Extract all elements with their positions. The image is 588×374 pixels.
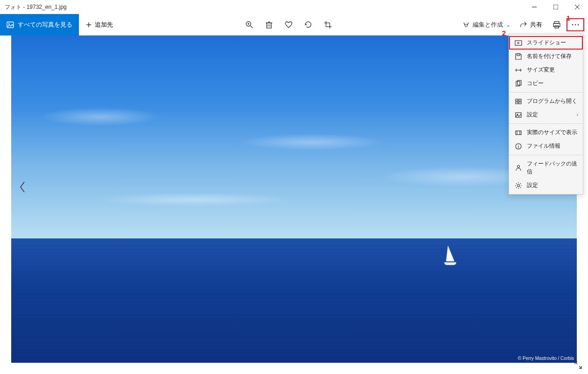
svg-point-26 <box>578 24 579 25</box>
ellipsis-icon <box>571 23 580 26</box>
rotate-button[interactable] <box>298 14 318 36</box>
annotation-1: 1 <box>567 14 570 22</box>
info-icon <box>515 143 522 150</box>
previous-photo-button[interactable] <box>14 179 31 195</box>
menu-item-label: スライドショー <box>527 39 566 47</box>
crop-button[interactable] <box>318 14 338 36</box>
chevron-down-icon: ⌄ <box>506 22 510 28</box>
fullscreen-button[interactable] <box>574 361 584 371</box>
edit-icon <box>462 21 470 29</box>
menu-item-label: ファイル情報 <box>527 142 560 150</box>
copy-icon <box>515 80 522 87</box>
svg-rect-41 <box>516 131 521 135</box>
plus-icon <box>85 22 92 28</box>
edit-create-label: 編集と作成 <box>473 21 503 29</box>
svg-point-47 <box>517 165 520 168</box>
svg-rect-31 <box>517 54 520 56</box>
more-menu: スライドショー 名前を付けて保存 サイズ変更 コピー プログラムから開く 設定 … <box>509 34 583 194</box>
svg-rect-35 <box>516 99 518 101</box>
menu-item-open-with[interactable]: プログラムから開く <box>509 94 583 108</box>
menu-item-label: フィードバックの送信 <box>527 160 577 176</box>
open-with-icon <box>515 98 522 105</box>
chevron-right-icon: › <box>577 112 578 117</box>
menu-item-set-as[interactable]: 設定 › <box>509 108 583 122</box>
menu-item-label: プログラムから開く <box>527 97 577 105</box>
svg-point-24 <box>572 24 574 25</box>
center-tools <box>240 14 338 36</box>
window-title: フォト - 19732_en_1.jpg <box>0 3 67 11</box>
svg-rect-37 <box>516 102 518 104</box>
edit-create-button[interactable]: 編集と作成 ⌄ <box>458 14 515 36</box>
set-as-icon <box>515 111 522 119</box>
close-button[interactable] <box>567 0 588 14</box>
menu-item-file-info[interactable]: ファイル情報 <box>509 139 583 153</box>
sailboat-graphic <box>442 245 458 268</box>
menu-item-slideshow[interactable]: スライドショー <box>509 36 583 50</box>
share-button[interactable]: 共有 <box>515 14 547 36</box>
svg-marker-30 <box>517 42 520 44</box>
menu-item-label: 設定 <box>527 111 538 119</box>
menu-item-resize[interactable]: サイズ変更 <box>509 63 583 77</box>
menu-item-feedback[interactable]: フィードバックの送信 <box>509 157 583 179</box>
menu-separator <box>509 155 583 155</box>
maximize-button[interactable] <box>545 0 567 14</box>
svg-rect-22 <box>553 23 560 27</box>
add-to-label: 追加先 <box>95 21 113 29</box>
toolbar: すべての写真を見る 追加先 編集と作成 ⌄ 共有 <box>0 14 588 36</box>
delete-button[interactable] <box>259 14 279 36</box>
svg-rect-12 <box>267 23 271 28</box>
menu-item-copy[interactable]: コピー <box>509 77 583 90</box>
svg-line-27 <box>575 362 577 364</box>
svg-line-28 <box>579 366 581 368</box>
svg-point-25 <box>575 24 576 25</box>
svg-point-5 <box>8 23 10 24</box>
menu-item-label: コピー <box>527 79 544 87</box>
menu-item-label: 実際のサイズで表示 <box>527 129 577 137</box>
titlebar: フォト - 19732_en_1.jpg <box>0 0 588 14</box>
photo-image[interactable]: © Perry Mastrovito / Corbis <box>11 36 577 363</box>
save-icon <box>515 53 522 60</box>
annotation-2: 2 <box>502 29 506 37</box>
gear-icon <box>515 182 522 189</box>
add-to-button[interactable]: 追加先 <box>79 14 120 36</box>
svg-line-9 <box>250 26 253 28</box>
svg-point-46 <box>518 144 519 145</box>
slideshow-icon <box>515 39 522 47</box>
feedback-icon <box>515 164 522 172</box>
image-credit: © Perry Mastrovito / Corbis <box>518 356 574 361</box>
menu-item-actual-size[interactable]: 実際のサイズで表示 <box>509 126 583 139</box>
menu-item-settings[interactable]: 設定 <box>509 179 583 192</box>
menu-item-label: 名前を付けて保存 <box>527 52 572 60</box>
menu-item-label: サイズ変更 <box>527 66 555 74</box>
print-button[interactable] <box>547 14 567 36</box>
svg-rect-38 <box>519 102 521 104</box>
resize-icon <box>515 66 522 74</box>
menu-separator <box>509 123 583 124</box>
actual-size-icon <box>515 129 522 137</box>
photo-viewport: © Perry Mastrovito / Corbis <box>11 36 577 363</box>
svg-rect-1 <box>553 5 558 9</box>
svg-point-48 <box>517 184 520 187</box>
svg-rect-36 <box>519 99 521 101</box>
picture-icon <box>7 21 14 29</box>
window-buttons <box>524 0 588 14</box>
share-icon <box>520 21 527 29</box>
zoom-button[interactable] <box>240 14 259 36</box>
minimize-button[interactable] <box>524 0 545 14</box>
see-all-photos-label: すべての写真を見る <box>18 21 72 29</box>
menu-item-label: 設定 <box>527 181 538 189</box>
menu-separator <box>509 92 583 93</box>
share-label: 共有 <box>530 21 542 29</box>
favorite-button[interactable] <box>279 14 298 36</box>
see-all-photos-button[interactable]: すべての写真を見る <box>0 14 79 36</box>
menu-item-save-as[interactable]: 名前を付けて保存 <box>509 50 583 63</box>
